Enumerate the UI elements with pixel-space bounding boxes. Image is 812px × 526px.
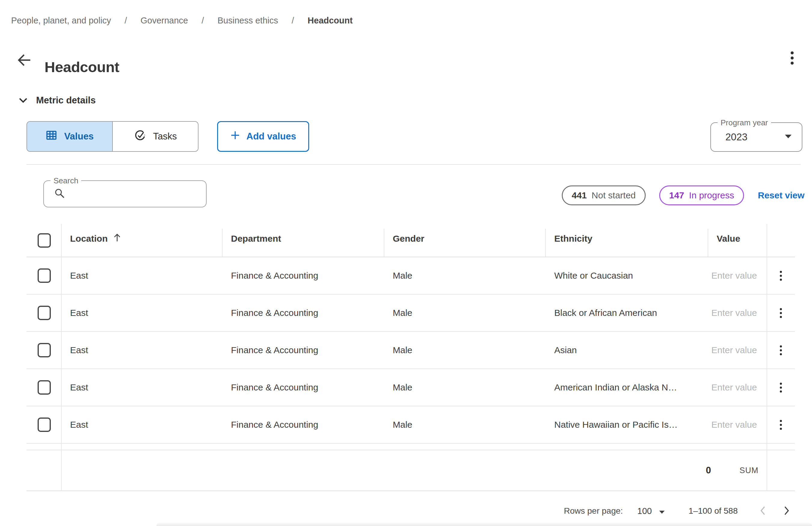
column-header-location[interactable]: Location xyxy=(62,224,222,257)
column-header-ethnicity[interactable]: Ethnicity xyxy=(546,224,708,257)
add-values-button[interactable]: Add values xyxy=(217,121,309,152)
row-checkbox[interactable] xyxy=(38,343,51,357)
tab-values[interactable]: Values xyxy=(27,122,113,151)
chevron-right-icon xyxy=(783,505,790,517)
check-circle-icon xyxy=(134,129,146,144)
select-all-checkbox[interactable] xyxy=(38,233,51,248)
tab-values-label: Values xyxy=(64,131,93,142)
caret-down-icon xyxy=(659,506,665,516)
row-checkbox[interactable] xyxy=(38,268,51,283)
row-menu-button[interactable] xyxy=(777,342,785,358)
column-header-location-label: Location xyxy=(70,234,108,244)
value-input-cell[interactable]: Enter value xyxy=(708,308,767,318)
in-progress-label: In progress xyxy=(689,190,734,200)
page-title: Headcount xyxy=(44,59,119,75)
breadcrumb-separator: / xyxy=(202,16,204,26)
table-row: East Finance & Accounting Male American … xyxy=(27,369,795,406)
cell-department: Finance & Accounting xyxy=(222,308,385,318)
not-started-label: Not started xyxy=(592,190,636,200)
cell-department: Finance & Accounting xyxy=(222,420,385,430)
column-header-value-label: Value xyxy=(717,234,740,244)
cell-department: Finance & Accounting xyxy=(222,345,385,355)
row-menu-button[interactable] xyxy=(777,417,785,433)
program-year-select[interactable]: Program year 2023 xyxy=(710,122,802,152)
cell-ethnicity: White or Caucasian xyxy=(546,271,708,281)
plus-icon xyxy=(230,130,240,143)
cell-department: Finance & Accounting xyxy=(222,271,385,281)
program-year-label: Program year xyxy=(717,118,771,127)
row-menu-button[interactable] xyxy=(777,380,785,395)
value-input-cell[interactable]: Enter value xyxy=(708,345,767,355)
cell-ethnicity: Black or African American xyxy=(546,308,708,318)
pagination-bar: Rows per page: 100 1–100 of 588 xyxy=(564,502,790,520)
table-header-row: Location Department Gender Ethnicity Val… xyxy=(27,224,795,257)
previous-page-button[interactable] xyxy=(759,505,767,517)
cell-ethnicity: Native Hawaiian or Pacific Is… xyxy=(546,420,708,430)
tab-tasks[interactable]: Tasks xyxy=(113,122,198,151)
program-year-value: 2023 xyxy=(725,131,747,143)
rows-per-page-select[interactable]: 100 xyxy=(636,506,666,516)
metric-details-label: Metric details xyxy=(36,95,96,106)
search-input[interactable] xyxy=(70,183,201,205)
not-started-count: 441 xyxy=(572,190,587,200)
metric-details-toggle[interactable] xyxy=(16,94,30,107)
status-chip-not-started[interactable]: 441 Not started xyxy=(562,185,646,205)
table-spacer-row xyxy=(27,444,795,450)
table-row: East Finance & Accounting Male Native Ha… xyxy=(27,406,795,444)
arrow-left-icon xyxy=(16,51,33,70)
column-header-gender[interactable]: Gender xyxy=(385,224,546,257)
sort-arrow-up-icon xyxy=(113,233,121,244)
value-input-cell[interactable]: Enter value xyxy=(708,271,767,281)
cell-department: Finance & Accounting xyxy=(222,382,385,393)
breadcrumb-current: Headcount xyxy=(308,16,353,26)
cell-ethnicity: American Indian or Alaska N… xyxy=(546,382,708,393)
actions-column-divider xyxy=(767,224,767,491)
chevron-down-icon xyxy=(17,94,29,107)
table-row: East Finance & Accounting Male White or … xyxy=(27,257,795,295)
column-header-department-label: Department xyxy=(231,234,281,244)
sum-label: SUM xyxy=(740,466,758,475)
next-page-button[interactable] xyxy=(783,505,790,517)
table-summary-row: 0 SUM xyxy=(27,450,795,491)
back-button[interactable] xyxy=(15,51,34,70)
breadcrumb-item-people-planet-policy[interactable]: People, planet, and policy xyxy=(11,16,111,26)
chevron-left-icon xyxy=(759,505,767,517)
cell-gender: Male xyxy=(385,345,546,355)
cell-location: East xyxy=(62,420,222,430)
caret-down-icon xyxy=(785,134,792,140)
value-input-cell[interactable]: Enter value xyxy=(708,382,767,393)
checkbox-column-divider xyxy=(61,224,62,491)
row-checkbox[interactable] xyxy=(38,380,51,395)
values-tasks-tab-group: Values Tasks xyxy=(27,121,199,152)
status-chip-in-progress[interactable]: 147 In progress xyxy=(659,185,744,205)
column-header-department[interactable]: Department xyxy=(222,224,385,257)
headcount-page: People, planet, and policy / Governance … xyxy=(0,0,812,526)
sum-value: 0 xyxy=(706,465,711,476)
column-header-gender-label: Gender xyxy=(393,234,424,244)
row-menu-button[interactable] xyxy=(777,305,785,321)
cell-gender: Male xyxy=(385,308,546,318)
in-progress-count: 147 xyxy=(669,190,684,200)
table-body: East Finance & Accounting Male White or … xyxy=(27,257,795,444)
pagination-range: 1–100 of 588 xyxy=(689,506,738,516)
bottom-sheet-edge xyxy=(156,522,812,526)
row-menu-button[interactable] xyxy=(777,268,785,284)
row-checkbox[interactable] xyxy=(38,306,51,320)
page-overflow-menu-button[interactable] xyxy=(784,48,801,68)
search-icon xyxy=(54,187,66,200)
section-divider xyxy=(27,164,801,165)
add-values-label: Add values xyxy=(246,131,296,142)
cell-ethnicity: Asian xyxy=(546,345,708,355)
table-grid-icon xyxy=(45,129,57,144)
column-header-value[interactable]: Value xyxy=(708,224,767,257)
breadcrumb-separator: / xyxy=(125,16,127,26)
rows-per-page-value: 100 xyxy=(637,506,652,516)
row-checkbox[interactable] xyxy=(38,418,51,432)
value-input-cell[interactable]: Enter value xyxy=(708,420,767,430)
breadcrumb-item-governance[interactable]: Governance xyxy=(141,16,188,26)
reset-view-link[interactable]: Reset view xyxy=(758,190,804,200)
cell-location: East xyxy=(62,271,222,281)
cell-location: East xyxy=(62,382,222,393)
breadcrumb-item-business-ethics[interactable]: Business ethics xyxy=(217,16,278,26)
cell-location: East xyxy=(62,308,222,318)
